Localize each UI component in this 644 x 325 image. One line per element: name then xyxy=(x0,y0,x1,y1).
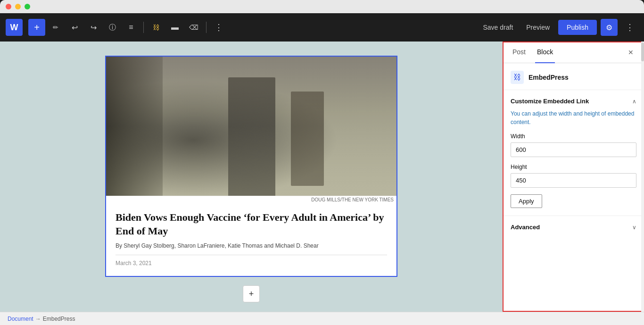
preview-button[interactable]: Preview xyxy=(521,21,554,34)
sidebar-close-button[interactable]: ✕ xyxy=(625,47,636,58)
add-block-button[interactable]: + xyxy=(28,19,45,36)
content-area: DOUG MILLS/THE NEW YORK TIMES Biden Vows… xyxy=(0,42,644,312)
embed-caption: DOUG MILLS/THE NEW YORK TIMES xyxy=(106,196,396,203)
sidebar-scrollbar[interactable] xyxy=(641,42,644,312)
close-button[interactable] xyxy=(6,4,11,9)
toolbar-divider xyxy=(143,22,144,33)
eraser-button[interactable]: ⌫ xyxy=(185,19,202,36)
redo-button[interactable]: ↪ xyxy=(85,19,102,36)
sidebar-brand: ⛓ EmbedPress xyxy=(503,63,644,90)
embed-image-placeholder xyxy=(106,57,396,196)
width-label: Width xyxy=(511,133,636,140)
embedpress-icon: ⛓ xyxy=(511,71,524,84)
tab-block[interactable]: Block xyxy=(535,42,555,63)
undo-button[interactable]: ↩ xyxy=(66,19,83,36)
maximize-button[interactable] xyxy=(25,4,30,9)
app-container: W + ✏ ↩ ↪ ⓘ ≡ ⛓ ▬ ⌫ ⋮ Save draft Preview… xyxy=(0,13,644,325)
publish-button[interactable]: Publish xyxy=(558,20,597,35)
advanced-title: Advanced xyxy=(511,224,540,231)
advanced-header[interactable]: Advanced ∨ xyxy=(511,224,636,231)
add-block-floating-button[interactable]: + xyxy=(243,285,260,302)
advanced-chevron-icon: ∨ xyxy=(632,224,636,231)
wp-logo[interactable]: W xyxy=(6,19,23,36)
embed-headline: Biden Vows Enough Vaccine ‘for Every Adu… xyxy=(116,211,387,238)
list-view-button[interactable]: ≡ xyxy=(123,19,140,36)
info-button[interactable]: ⓘ xyxy=(104,19,121,36)
status-bar: Document → EmbedPress xyxy=(0,312,644,325)
toolbar-divider-2 xyxy=(206,22,206,33)
document-breadcrumb[interactable]: Document xyxy=(8,316,33,322)
figure-main xyxy=(228,77,275,196)
embedpress-breadcrumb: EmbedPress xyxy=(43,316,75,322)
embed-byline: By Sheryl Gay Stolberg, Sharon LaFranier… xyxy=(116,242,387,249)
section-description: You can adjust the width and height of e… xyxy=(511,109,636,126)
apply-button[interactable]: Apply xyxy=(511,194,542,208)
embed-image xyxy=(106,57,396,196)
figure-secondary xyxy=(291,92,324,186)
breadcrumb-arrow: → xyxy=(35,316,41,322)
window-chrome xyxy=(0,0,644,13)
section-header: Customize Embedded Link ∧ xyxy=(511,98,636,105)
embed-content: Biden Vows Enough Vaccine ‘for Every Adu… xyxy=(106,203,396,276)
section-collapse-toggle[interactable]: ∧ xyxy=(632,98,636,105)
advanced-section: Advanced ∨ xyxy=(503,216,644,238)
customize-section-title: Customize Embedded Link xyxy=(511,98,589,105)
customize-section: Customize Embedded Link ∧ You can adjust… xyxy=(503,90,644,216)
sidebar-scrollbar-thumb xyxy=(641,42,644,61)
sidebar-tabs: Post Block ✕ xyxy=(503,42,644,63)
tab-post[interactable]: Post xyxy=(511,42,528,63)
pen-tool-button[interactable]: ✏ xyxy=(47,19,64,36)
toolbar: W + ✏ ↩ ↪ ⓘ ≡ ⛓ ▬ ⌫ ⋮ Save draft Preview… xyxy=(0,13,644,42)
more-options-button[interactable]: ⋮ xyxy=(210,19,227,36)
link-button[interactable]: ⛓ xyxy=(148,19,165,36)
embed-date: March 3, 2021 xyxy=(116,255,387,267)
brand-name: EmbedPress xyxy=(528,74,569,81)
embed-block[interactable]: DOUG MILLS/THE NEW YORK TIMES Biden Vows… xyxy=(105,56,397,277)
save-draft-button[interactable]: Save draft xyxy=(478,21,518,34)
figure-left xyxy=(106,57,163,196)
kebab-menu-button[interactable]: ⋮ xyxy=(621,19,638,36)
height-input[interactable] xyxy=(511,173,636,188)
settings-button[interactable]: ⚙ xyxy=(601,19,618,36)
block-menu-button[interactable]: ▬ xyxy=(166,19,183,36)
height-label: Height xyxy=(511,164,636,170)
toolbar-right: Save draft Preview Publish ⚙ ⋮ xyxy=(478,19,638,36)
sidebar-panel: Post Block ✕ ⛓ EmbedPress Customize Embe… xyxy=(503,42,644,312)
editor-area[interactable]: DOUG MILLS/THE NEW YORK TIMES Biden Vows… xyxy=(0,42,503,312)
minimize-button[interactable] xyxy=(15,4,21,9)
width-input[interactable] xyxy=(511,142,636,157)
